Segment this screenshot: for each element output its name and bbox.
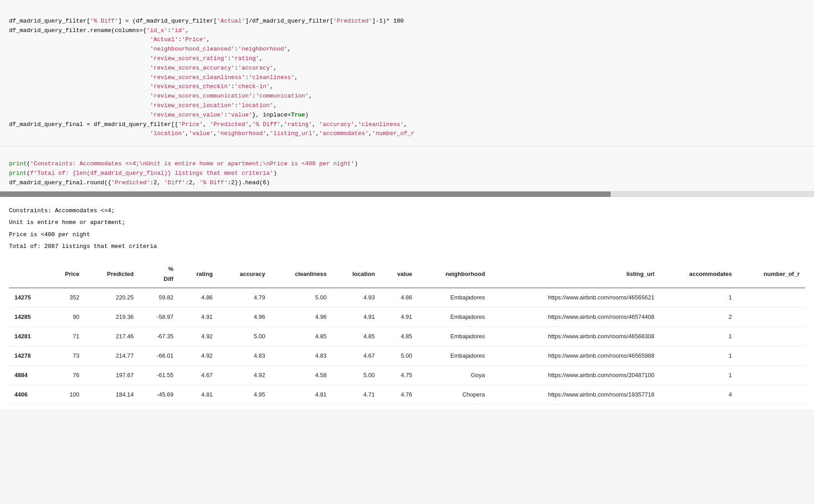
table-cell: 4.67 (332, 346, 380, 366)
table-cell: 4.58 (271, 366, 332, 385)
table-cell: 219.36 (85, 308, 139, 327)
table-cell: 4.96 (218, 308, 271, 327)
print-block: print('Constraints: Accommodates <=4;\nU… (0, 146, 814, 191)
col-header-accuracy: accuracy (218, 262, 271, 288)
table-cell: 5.00 (218, 327, 271, 346)
table-cell: 1 (660, 327, 738, 346)
horizontal-scrollbar[interactable] (0, 191, 814, 197)
table-cell: Embajadores (418, 327, 491, 346)
code-line-12: df_madrid_query_final = df_madrid_query_… (9, 121, 407, 128)
table-cell: 59.82 (139, 288, 179, 307)
table-cell: 4.75 (380, 366, 418, 385)
code-line-6: 'review_scores_accuracy':'accuracy', (9, 65, 277, 71)
table-cell: 4.92 (179, 327, 218, 346)
table-cell: 4.86 (380, 288, 418, 307)
print-line-3: df_madrid_query_final.round({'Predicted'… (9, 179, 270, 186)
table-cell: https://www.airbnb.com/rooms/19357718 (491, 385, 660, 405)
table-cell: 4.81 (179, 385, 218, 405)
table-cell: 4884 (9, 366, 48, 385)
code-block: df_madrid_query_filter['% Diff'] = (df_m… (0, 0, 814, 146)
table-cell: 4.91 (332, 308, 380, 327)
results-table: Price Predicted %Diff rating accuracy cl… (9, 262, 805, 405)
table-cell: 4.81 (271, 385, 332, 405)
table-cell: 90 (48, 308, 85, 327)
table-cell: 4406 (9, 385, 48, 405)
col-header-rating: rating (179, 262, 218, 288)
print-line-2: print(f'Total of: {len(df_madrid_query_f… (9, 170, 277, 177)
code-line-10: 'review_scores_location':'location', (9, 102, 277, 109)
table-cell (737, 346, 805, 366)
table-cell: 4.76 (380, 385, 418, 405)
constraint-line-2: Unit is entire home or apartment; (9, 218, 805, 228)
code-line-5: 'review_scores_rating':'rating', (9, 55, 263, 62)
table-cell: -45.69 (139, 385, 179, 405)
table-cell: 14281 (9, 327, 48, 346)
table-cell: Chopera (418, 385, 491, 405)
table-cell: 14285 (9, 308, 48, 327)
table-row: 488476197.67-61.554.674.924.585.004.75Go… (9, 366, 805, 385)
results-table-container: Price Predicted %Diff rating accuracy cl… (9, 262, 805, 405)
table-cell: 4.92 (179, 346, 218, 366)
code-line-9: 'review_scores_communication':'communica… (9, 93, 312, 99)
constraint-line-3: Price is <400 per night (9, 230, 805, 240)
table-cell: 4.91 (179, 308, 218, 327)
table-cell: 14275 (9, 288, 48, 307)
table-cell: 14278 (9, 346, 48, 366)
table-cell: 1 (660, 366, 738, 385)
code-line-7: 'review_scores_cleanliness':'cleanliness… (9, 74, 298, 81)
table-row: 1427873214.77-66.014.924.834.834.675.00E… (9, 346, 805, 366)
table-cell: 4.83 (271, 346, 332, 366)
col-header-location: location (332, 262, 380, 288)
code-line-13: 'location','value','neighborhood','listi… (9, 130, 414, 137)
table-cell (737, 366, 805, 385)
col-header-value: value (380, 262, 418, 288)
col-header-pct-diff: %Diff (139, 262, 179, 288)
table-cell: 4.91 (380, 308, 418, 327)
table-cell: -61.55 (139, 366, 179, 385)
table-cell: 4.92 (218, 366, 271, 385)
table-cell: 220.25 (85, 288, 139, 307)
scrollbar-thumb[interactable] (0, 191, 611, 197)
table-row: 4406100184.14-45.694.814.954.814.714.76C… (9, 385, 805, 405)
table-cell: 217.46 (85, 327, 139, 346)
table-cell: Goya (418, 366, 491, 385)
col-header-predicted: Predicted (85, 262, 139, 288)
col-header-listing-url: listing_url (491, 262, 660, 288)
table-cell (737, 288, 805, 307)
col-header-neighborhood: neighborhood (418, 262, 491, 288)
table-cell: 5.00 (380, 346, 418, 366)
table-cell: https://www.airbnb.com/rooms/46565988 (491, 346, 660, 366)
table-cell: 4.93 (332, 288, 380, 307)
col-header-price: Price (48, 262, 85, 288)
table-cell: 4.85 (380, 327, 418, 346)
table-cell: 214.77 (85, 346, 139, 366)
table-cell: https://www.airbnb.com/rooms/46574408 (491, 308, 660, 327)
table-cell: 1 (660, 288, 738, 307)
table-cell: https://www.airbnb.com/rooms/46566308 (491, 327, 660, 346)
table-cell: -66.01 (139, 346, 179, 366)
constraint-line-1: Constraints: Accommodates <=4; (9, 206, 805, 216)
table-cell (737, 308, 805, 327)
table-cell: 4.79 (218, 288, 271, 307)
output-block: Constraints: Accommodates <=4; Unit is e… (0, 197, 814, 409)
table-cell: 4.96 (271, 308, 332, 327)
code-line-8: 'review_scores_checkin':'check-in', (9, 83, 273, 90)
table-cell: 5.00 (332, 366, 380, 385)
table-cell: -58.97 (139, 308, 179, 327)
table-cell: 4.85 (271, 327, 332, 346)
table-cell: 4.95 (218, 385, 271, 405)
table-cell: 4.83 (218, 346, 271, 366)
table-cell: 4 (660, 385, 738, 405)
table-cell: 197.67 (85, 366, 139, 385)
table-cell: 4.86 (179, 288, 218, 307)
col-header-cleanliness: cleanliness (271, 262, 332, 288)
table-cell: Embajadores (418, 288, 491, 307)
code-line-3: 'Actual':'Price', (9, 36, 210, 43)
table-cell: 100 (48, 385, 85, 405)
table-cell: 2 (660, 308, 738, 327)
table-cell: Embajadores (418, 346, 491, 366)
table-cell: https://www.airbnb.com/rooms/46565621 (491, 288, 660, 307)
table-cell: 4.67 (179, 366, 218, 385)
table-cell: 4.71 (332, 385, 380, 405)
code-line-11: 'review_scores_value':'value'}, inplace=… (9, 112, 309, 118)
